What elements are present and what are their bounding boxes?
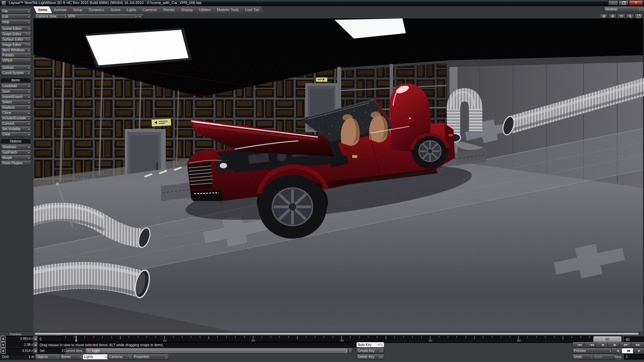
chevron-down-icon xyxy=(28,66,30,69)
play-button[interactable]: ▶ xyxy=(633,348,644,354)
sidebar-item-viper[interactable]: VIPER xyxy=(1,58,31,63)
chevron-down-icon xyxy=(28,111,30,115)
sidebar-item-help[interactable]: Help xyxy=(1,19,31,24)
viewport-extra-dropdown[interactable] xyxy=(137,14,143,19)
objects-mode-button[interactable]: Objects+O xyxy=(35,354,62,360)
tab-scene[interactable]: Scene xyxy=(106,6,125,13)
position-z-field[interactable]: 3.914 m xyxy=(6,348,36,354)
tab-render[interactable]: Render xyxy=(159,6,179,13)
timeline-slider-handle[interactable]: 60 xyxy=(593,336,622,343)
chevron-down-icon xyxy=(28,48,30,52)
sidebar-item-clone[interactable]: Clone xyxy=(1,110,31,115)
tab-animate[interactable]: Animate xyxy=(49,6,71,13)
view-mode-dropdown[interactable]: Camera View xyxy=(35,14,69,19)
tab-cameras[interactable]: Cameras xyxy=(138,6,162,13)
bottom-panel: Position X 2.8614 m 0 0 10 20 30 40 50 6… xyxy=(0,332,644,362)
x-axis-badge: X xyxy=(1,336,6,342)
redo-button[interactable]: Redo xyxy=(593,354,615,360)
sidebar-item-scene-editor[interactable]: Scene Editor xyxy=(1,26,31,31)
light-item-icon xyxy=(87,350,91,352)
options-section-header: Options xyxy=(1,139,31,143)
create-key-button[interactable]: Create Keyret xyxy=(356,348,384,354)
undo-button[interactable]: Undou xyxy=(572,354,595,360)
sidebar-item-set-visibility[interactable]: Set Visibility xyxy=(1,126,31,131)
delete-key-button[interactable]: Delete Keydel xyxy=(356,354,384,360)
sidebar-item-presets[interactable]: Presets xyxy=(1,52,31,58)
sidebar-item-clear[interactable]: Clear xyxy=(1,131,31,137)
chevron-down-icon xyxy=(28,15,30,18)
sidebar-item-save[interactable]: Save xyxy=(1,88,31,94)
modeler-button[interactable]: Modeler F12 xyxy=(604,6,644,12)
position-y-field[interactable]: 2.38 m xyxy=(6,342,36,348)
position-x-field[interactable]: 2.8614 m xyxy=(6,336,36,342)
sidebar-item-globals[interactable]: Globals xyxy=(1,65,31,70)
bones-mode-button[interactable]: Bones+B xyxy=(60,354,85,360)
title-bar[interactable]: Layout™ NewTek LightWave 3D ® HC Rev 201… xyxy=(0,0,644,6)
sidebar-item-image-editor[interactable]: Image Editor^F4 xyxy=(1,42,31,47)
chevron-down-icon xyxy=(139,14,141,18)
sidebar-item-import-export[interactable]: Import/Export xyxy=(1,94,31,99)
lights-mode-button[interactable]: Lights+L xyxy=(83,354,109,360)
chevron-down-icon xyxy=(28,20,30,24)
tab-setup[interactable]: Setup xyxy=(68,6,87,13)
sidebar-item-coord-system[interactable]: Coord System xyxy=(1,70,31,75)
chevron-down-icon xyxy=(28,156,30,160)
chevron-down-icon xyxy=(28,27,30,31)
pan-icon[interactable] xyxy=(600,14,608,18)
sidebar-item-file[interactable]: File xyxy=(1,8,31,14)
tab-display[interactable]: Display xyxy=(176,6,197,13)
zoom-icon[interactable] xyxy=(626,14,634,18)
go-to-end-button[interactable]: ▶▶| xyxy=(631,342,644,348)
sidebar-item-convert[interactable]: Convert xyxy=(1,121,31,126)
move-icon[interactable] xyxy=(608,14,616,18)
sidebar-item-load-add[interactable]: Load/Add xyxy=(1,83,31,88)
minimize-icon[interactable]: — xyxy=(608,0,618,5)
sidebar: File Edit Help Scene Editor Graph Editor… xyxy=(0,6,34,332)
rotate-icon[interactable] xyxy=(617,14,625,18)
sidebar-item-graph-editor[interactable]: Graph Editor^F2 xyxy=(1,31,31,37)
tab-dynamics[interactable]: Dynamics xyxy=(84,6,109,13)
tab-items[interactable]: Items xyxy=(34,6,52,13)
preview-dropdown[interactable]: Preview xyxy=(572,348,613,354)
current-frame-field[interactable]: 0 xyxy=(38,336,65,342)
restore-icon[interactable] xyxy=(619,0,629,5)
tab-utilities[interactable]: Utilities xyxy=(195,6,215,13)
item-info-button[interactable]: i xyxy=(347,348,353,354)
selection-count-field: Sel:1 xyxy=(38,348,65,354)
cameras-mode-button[interactable]: Cameras+C xyxy=(107,354,134,360)
chevron-down-icon xyxy=(28,122,30,125)
viewport-3d-scene[interactable] xyxy=(34,18,644,332)
tab-user-tab[interactable]: User Tab xyxy=(240,6,264,13)
current-item-label: Current Item xyxy=(64,349,83,353)
sidebar-item-more-windows[interactable]: More Windows xyxy=(1,47,31,53)
properties-button[interactable]: Propertiesp xyxy=(132,354,169,360)
main-tab-bar: Items Animate Setup Dynamics Scene Light… xyxy=(28,6,644,13)
items-section-header: Items xyxy=(1,78,31,82)
current-item-dropdown[interactable]: Light xyxy=(85,348,350,354)
sidebar-item-include-exclude[interactable]: Include/Exclude xyxy=(1,115,31,121)
render-mode-dropdown[interactable]: VPR xyxy=(66,14,139,19)
step-value-field[interactable]: 1 xyxy=(624,354,644,360)
sidebar-item-morph[interactable]: Morph xyxy=(1,155,31,160)
sidebar-item-flush-plugins[interactable]: Flush Plugins xyxy=(1,160,31,166)
app-icon xyxy=(1,1,6,5)
chevron-down-icon xyxy=(28,132,30,136)
sidebar-item-replace[interactable]: Replace xyxy=(1,105,31,110)
sidebar-item-select[interactable]: Select xyxy=(1,99,31,105)
chevron-down-icon xyxy=(28,116,30,120)
timeline-scrollbar[interactable] xyxy=(35,333,639,335)
sidebar-item-edit[interactable]: Edit xyxy=(1,14,31,19)
chevron-down-icon xyxy=(28,127,30,131)
chevron-down-icon xyxy=(28,95,30,99)
auto-key-button[interactable]: Auto Key+F1 xyxy=(356,342,384,348)
tab-modeler-tools[interactable]: Modeler Tools xyxy=(212,6,244,13)
lightwave-layout-window: Layout™ NewTek LightWave 3D ® HC Rev 201… xyxy=(0,0,644,362)
chevron-down-icon xyxy=(28,100,30,104)
tab-lights[interactable]: Lights xyxy=(122,6,141,13)
sidebar-item-subpatch[interactable]: SubPatch xyxy=(1,149,31,155)
fit-icon[interactable] xyxy=(635,14,643,18)
sidebar-item-shadows[interactable]: Shadows xyxy=(1,144,31,149)
sidebar-item-surface-editor[interactable]: Surface Editor^F3 xyxy=(1,37,31,42)
chevron-down-icon xyxy=(28,150,30,154)
close-icon[interactable]: ✕ xyxy=(629,0,643,5)
